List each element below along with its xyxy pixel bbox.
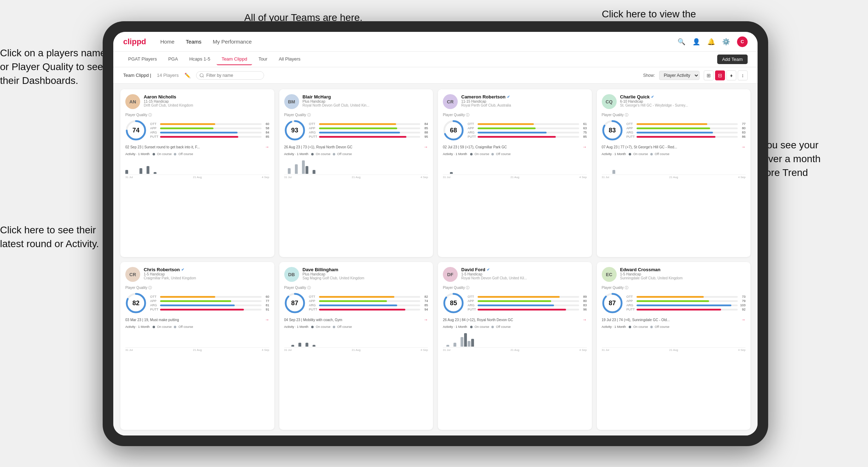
player-name[interactable]: Dave Billingham	[303, 267, 428, 272]
player-name[interactable]: Aaron Nicholls	[144, 94, 269, 99]
bell-icon[interactable]: 🔔	[707, 38, 715, 46]
search-icon[interactable]: 🔍	[678, 38, 685, 46]
quality-ring[interactable]: 87	[284, 292, 305, 314]
quality-ring[interactable]: 87	[602, 292, 623, 314]
activity-chart	[125, 330, 269, 348]
nav-link-performance[interactable]: My Performance	[213, 37, 252, 46]
player-handicap: Plus Handicap	[303, 99, 428, 103]
quality-ring[interactable]: 83	[602, 120, 623, 141]
quality-label[interactable]: Player Quality ⓘ	[443, 285, 587, 290]
quality-label[interactable]: Player Quality ⓘ	[284, 285, 428, 290]
player-name[interactable]: David Ford ✔	[461, 267, 587, 272]
quality-ring[interactable]: 93	[284, 120, 305, 141]
quality-score: 68	[450, 127, 457, 134]
view-info-btn[interactable]: ↕	[738, 70, 748, 80]
player-name[interactable]: Edward Crossman	[620, 267, 746, 272]
activity-header: Activity · 1 Month On course Off course	[284, 152, 428, 156]
quality-label[interactable]: Player Quality ⓘ	[125, 113, 269, 118]
player-header: AN Aaron Nicholls 11-15 Handicap Drift G…	[125, 94, 269, 109]
activity-header: Activity · 1 Month On course Off course	[443, 325, 587, 329]
last-round[interactable]: 19 Jul 23 | 74 (+4), Sunningdale GC - Ol…	[602, 317, 746, 322]
show-select[interactable]: Player Activity Quality Trend	[659, 71, 699, 80]
subtab-pgat[interactable]: PGAT Players	[123, 53, 162, 65]
view-grid-2-btn[interactable]: ⊞	[704, 70, 714, 80]
activity-header: Activity · 1 Month On course Off course	[443, 152, 587, 156]
navbar: clippd Home Teams My Performance 🔍 👤 🔔 ⚙…	[113, 32, 758, 52]
subtab-team-clippd[interactable]: Team Clippd	[217, 53, 252, 65]
stat-row-ott: OTT 60	[150, 295, 269, 298]
last-round[interactable]: 07 Aug 23 | 77 (+7), St George's Hill GC…	[602, 144, 746, 149]
view-grid-4-btn[interactable]: ⊟	[715, 70, 725, 80]
quality-label[interactable]: Player Quality ⓘ	[284, 113, 428, 118]
quality-ring[interactable]: 74	[125, 120, 147, 141]
quality-label[interactable]: Player Quality ⓘ	[602, 113, 746, 118]
subtab-tour[interactable]: Tour	[253, 53, 272, 65]
player-handicap: 6-10 Handicap	[620, 99, 746, 103]
activity-section: Activity · 1 Month On course Off course …	[125, 152, 269, 179]
quality-score: 93	[291, 127, 298, 134]
add-team-button[interactable]: Add Team	[717, 55, 748, 64]
last-round[interactable]: 26 Aug 23 | 73 (+1), Royal North Devon G…	[284, 144, 428, 149]
quality-score: 83	[609, 127, 616, 134]
activity-chart	[443, 157, 587, 175]
player-avatar: AN	[125, 94, 140, 109]
player-name[interactable]: Cameron Robertson ✔	[461, 94, 587, 99]
last-round[interactable]: 03 Mar 23 | 19, Must make putting →	[125, 317, 269, 322]
player-card: CQ Charlie Quick ✔ 6-10 Handicap St. Geo…	[597, 89, 751, 257]
quality-section: Player Quality ⓘ 82 OTT 60	[125, 285, 269, 314]
nav-link-teams[interactable]: Teams	[186, 37, 201, 46]
profile-icon[interactable]: 👤	[692, 38, 700, 46]
last-round[interactable]: 04 Sep 23 | Mobility with coach, Gym →	[284, 317, 428, 322]
stat-row-ott: OTT 82	[309, 295, 428, 298]
subtab-pga[interactable]: PGA	[163, 53, 183, 65]
quality-bars: OTT 89 APP 80 ARG 83 PU	[468, 295, 587, 311]
activity-section: Activity · 1 Month On course Off course …	[284, 152, 428, 179]
settings-icon[interactable]: ⚙️	[722, 38, 730, 46]
quality-score: 85	[450, 300, 457, 307]
stat-row-app: APP 85	[309, 126, 428, 130]
player-card: CR Chris Robertson ✔ 1-5 Handicap Craigm…	[120, 262, 274, 430]
player-header: CR Chris Robertson ✔ 1-5 Handicap Craigm…	[125, 267, 269, 282]
nav-link-home[interactable]: Home	[160, 37, 175, 46]
quality-ring[interactable]: 85	[443, 292, 464, 314]
player-name[interactable]: Blair McHarg	[303, 94, 428, 99]
player-info: Edward Crossman 1-5 Handicap Sunningdale…	[620, 267, 746, 280]
nav-avatar[interactable]: C	[737, 36, 748, 47]
view-filter-btn[interactable]: ♦	[726, 70, 736, 80]
quality-content: 74 OTT 60 APP 58 ARG	[125, 120, 269, 141]
subtab-all-players[interactable]: All Players	[274, 53, 305, 65]
quality-bars: OTT 82 APP 74 ARG 85 PU	[309, 295, 428, 311]
player-avatar: CR	[443, 94, 458, 109]
search-input[interactable]	[196, 71, 264, 80]
quality-label[interactable]: Player Quality ⓘ	[125, 285, 269, 290]
quality-label[interactable]: Player Quality ⓘ	[602, 285, 746, 290]
player-header: EC Edward Crossman 1-5 Handicap Sunningd…	[602, 267, 746, 282]
team-name-label: Team Clippd |	[123, 73, 151, 78]
stat-row-arg: ARG 85	[309, 303, 428, 307]
stat-row-arg: ARG 75	[468, 131, 587, 134]
stat-row-putt: PUTT 85	[468, 135, 587, 138]
quality-content: 83 OTT 77 APP 80 ARG	[602, 120, 746, 141]
player-avatar: EC	[602, 267, 617, 282]
stat-row-arg: ARG 103	[627, 303, 746, 307]
player-avatar: BM	[284, 94, 299, 109]
activity-dates: 31 Jul 21 Aug 4 Sep	[443, 348, 587, 352]
quality-ring[interactable]: 68	[443, 120, 464, 141]
player-name[interactable]: Charlie Quick ✔	[620, 94, 746, 99]
player-name[interactable]: Chris Robertson ✔	[144, 267, 269, 272]
nav-logo: clippd	[123, 37, 146, 46]
nav-links: Home Teams My Performance	[160, 37, 678, 46]
quality-content: 87 OTT 82 APP 74 ARG	[284, 292, 428, 314]
ipad-frame: clippd Home Teams My Performance 🔍 👤 🔔 ⚙…	[103, 21, 768, 446]
stat-row-arg: ARG 88	[309, 131, 428, 134]
edit-icon[interactable]: ✏️	[184, 73, 190, 78]
quality-section: Player Quality ⓘ 83 OTT 77	[602, 113, 746, 141]
last-round[interactable]: 02 Jul 23 | 59 (+17), Craigmillar Park G…	[443, 144, 587, 149]
quality-label[interactable]: Player Quality ⓘ	[443, 113, 587, 118]
quality-ring[interactable]: 82	[125, 292, 147, 314]
player-handicap: 11-15 Handicap	[144, 99, 269, 103]
last-round[interactable]: 26 Aug 23 | 84 (+12), Royal North Devon …	[443, 317, 587, 322]
activity-chart	[602, 157, 746, 175]
subtab-hcaps[interactable]: Hcaps 1-5	[184, 53, 215, 65]
last-round[interactable]: 02 Sep 23 | Sunset round to get back int…	[125, 144, 269, 149]
